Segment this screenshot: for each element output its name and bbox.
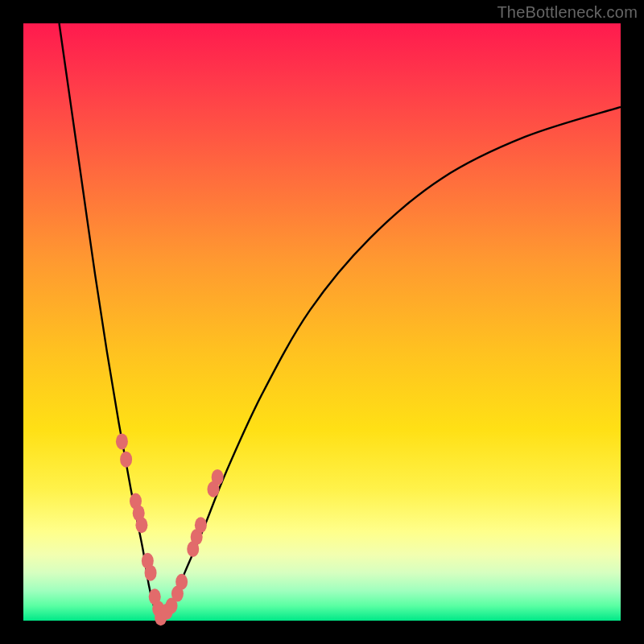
bead-marker	[212, 469, 224, 485]
chart-frame: TheBottleneck.com	[0, 0, 644, 644]
curve-right-branch	[161, 107, 621, 621]
bead-marker	[120, 452, 132, 468]
bead-marker	[175, 574, 188, 590]
bead-marker	[195, 517, 207, 533]
chart-svg	[23, 23, 621, 621]
bead-marker	[145, 565, 157, 581]
bead-marker	[116, 433, 128, 449]
bead-marker	[135, 517, 147, 533]
bead-group	[116, 433, 224, 625]
plot-area	[23, 23, 621, 621]
watermark-text: TheBottleneck.com	[497, 3, 638, 22]
